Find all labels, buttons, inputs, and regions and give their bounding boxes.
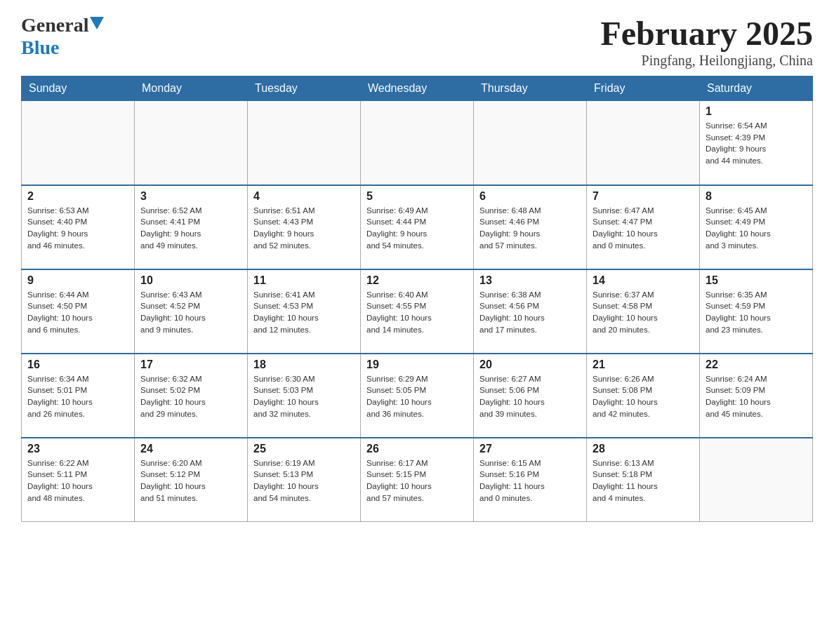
day-number: 14 [593, 274, 694, 287]
day-info: Sunrise: 6:51 AMSunset: 4:43 PMDaylight:… [253, 205, 355, 252]
calendar-cell: 3Sunrise: 6:52 AMSunset: 4:41 PMDaylight… [135, 185, 248, 269]
calendar-cell: 25Sunrise: 6:19 AMSunset: 5:13 PMDayligh… [248, 438, 361, 522]
col-friday: Friday [587, 76, 700, 101]
calendar-cell: 15Sunrise: 6:35 AMSunset: 4:59 PMDayligh… [700, 269, 813, 354]
logo-text: General Blue [21, 14, 104, 59]
day-number: 13 [479, 274, 581, 287]
calendar-cell: 7Sunrise: 6:47 AMSunset: 4:47 PMDaylight… [587, 185, 700, 269]
day-info: Sunrise: 6:38 AMSunset: 4:56 PMDaylight:… [479, 289, 581, 336]
day-number: 27 [479, 443, 581, 455]
day-number: 11 [253, 274, 355, 287]
calendar-cell [248, 101, 361, 185]
col-saturday: Saturday [700, 76, 813, 101]
col-tuesday: Tuesday [248, 76, 361, 101]
calendar-cell: 10Sunrise: 6:43 AMSunset: 4:52 PMDayligh… [135, 269, 248, 354]
day-info: Sunrise: 6:49 AMSunset: 4:44 PMDaylight:… [366, 205, 468, 252]
calendar-cell: 12Sunrise: 6:40 AMSunset: 4:55 PMDayligh… [361, 269, 474, 354]
calendar-week-row: 2Sunrise: 6:53 AMSunset: 4:40 PMDaylight… [22, 185, 813, 269]
calendar-cell [361, 101, 474, 185]
calendar-cell: 26Sunrise: 6:17 AMSunset: 5:15 PMDayligh… [361, 438, 474, 522]
day-number: 28 [593, 443, 694, 455]
day-number: 25 [253, 443, 355, 455]
day-info: Sunrise: 6:40 AMSunset: 4:55 PMDaylight:… [366, 289, 468, 336]
calendar-cell: 16Sunrise: 6:34 AMSunset: 5:01 PMDayligh… [22, 354, 135, 438]
calendar-cell: 22Sunrise: 6:24 AMSunset: 5:09 PMDayligh… [700, 354, 813, 438]
day-info: Sunrise: 6:48 AMSunset: 4:46 PMDaylight:… [479, 205, 581, 252]
day-info: Sunrise: 6:53 AMSunset: 4:40 PMDaylight:… [27, 205, 128, 252]
day-info: Sunrise: 6:43 AMSunset: 4:52 PMDaylight:… [140, 289, 241, 336]
day-info: Sunrise: 6:34 AMSunset: 5:01 PMDaylight:… [27, 373, 128, 420]
day-info: Sunrise: 6:41 AMSunset: 4:53 PMDaylight:… [253, 289, 355, 336]
day-info: Sunrise: 6:30 AMSunset: 5:03 PMDaylight:… [253, 373, 355, 420]
day-number: 1 [706, 105, 807, 118]
calendar-cell: 13Sunrise: 6:38 AMSunset: 4:56 PMDayligh… [474, 269, 587, 354]
calendar-cell [700, 438, 813, 522]
day-info: Sunrise: 6:17 AMSunset: 5:15 PMDaylight:… [366, 457, 468, 504]
day-info: Sunrise: 6:37 AMSunset: 4:58 PMDaylight:… [593, 289, 694, 336]
calendar-table: Sunday Monday Tuesday Wednesday Thursday… [21, 76, 813, 522]
day-info: Sunrise: 6:32 AMSunset: 5:02 PMDaylight:… [140, 373, 241, 420]
day-number: 21 [593, 358, 694, 371]
calendar-cell: 8Sunrise: 6:45 AMSunset: 4:49 PMDaylight… [700, 185, 813, 269]
calendar-week-row: 9Sunrise: 6:44 AMSunset: 4:50 PMDaylight… [22, 269, 813, 354]
day-info: Sunrise: 6:20 AMSunset: 5:12 PMDaylight:… [140, 457, 241, 504]
day-number: 18 [253, 358, 355, 371]
calendar-cell [22, 101, 135, 185]
calendar-cell: 21Sunrise: 6:26 AMSunset: 5:08 PMDayligh… [587, 354, 700, 438]
calendar-week-row: 1Sunrise: 6:54 AMSunset: 4:39 PMDaylight… [22, 101, 813, 185]
logo-triangle-icon [90, 17, 104, 29]
day-number: 19 [366, 358, 468, 371]
day-info: Sunrise: 6:27 AMSunset: 5:06 PMDaylight:… [479, 373, 581, 420]
calendar-cell: 5Sunrise: 6:49 AMSunset: 4:44 PMDaylight… [361, 185, 474, 269]
calendar-cell: 28Sunrise: 6:13 AMSunset: 5:18 PMDayligh… [587, 438, 700, 522]
calendar-cell: 11Sunrise: 6:41 AMSunset: 4:53 PMDayligh… [248, 269, 361, 354]
calendar-header-row: Sunday Monday Tuesday Wednesday Thursday… [22, 76, 813, 101]
calendar-cell: 14Sunrise: 6:37 AMSunset: 4:58 PMDayligh… [587, 269, 700, 354]
day-number: 16 [27, 358, 128, 371]
calendar-cell: 4Sunrise: 6:51 AMSunset: 4:43 PMDaylight… [248, 185, 361, 269]
month-title: February 2025 [600, 14, 813, 53]
day-number: 26 [366, 443, 468, 455]
day-number: 9 [27, 274, 128, 287]
col-sunday: Sunday [22, 76, 135, 101]
day-info: Sunrise: 6:19 AMSunset: 5:13 PMDaylight:… [253, 457, 355, 504]
day-number: 10 [140, 274, 241, 287]
day-info: Sunrise: 6:52 AMSunset: 4:41 PMDaylight:… [140, 205, 241, 252]
calendar-week-row: 23Sunrise: 6:22 AMSunset: 5:11 PMDayligh… [22, 438, 813, 522]
day-number: 8 [706, 190, 807, 203]
day-number: 15 [706, 274, 807, 287]
title-section: February 2025 Pingfang, Heilongjiang, Ch… [600, 14, 813, 69]
col-wednesday: Wednesday [361, 76, 474, 101]
day-info: Sunrise: 6:15 AMSunset: 5:16 PMDaylight:… [479, 457, 581, 504]
col-monday: Monday [135, 76, 248, 101]
calendar-cell: 9Sunrise: 6:44 AMSunset: 4:50 PMDaylight… [22, 269, 135, 354]
day-info: Sunrise: 6:26 AMSunset: 5:08 PMDaylight:… [593, 373, 694, 420]
calendar-cell: 23Sunrise: 6:22 AMSunset: 5:11 PMDayligh… [22, 438, 135, 522]
day-number: 22 [706, 358, 807, 371]
logo: General Blue [21, 14, 104, 59]
calendar-cell [474, 101, 587, 185]
day-number: 5 [366, 190, 468, 203]
calendar-cell: 27Sunrise: 6:15 AMSunset: 5:16 PMDayligh… [474, 438, 587, 522]
day-info: Sunrise: 6:54 AMSunset: 4:39 PMDaylight:… [706, 120, 807, 167]
calendar-cell: 2Sunrise: 6:53 AMSunset: 4:40 PMDaylight… [22, 185, 135, 269]
calendar-cell: 20Sunrise: 6:27 AMSunset: 5:06 PMDayligh… [474, 354, 587, 438]
page-header: General Blue February 2025 Pingfang, Hei… [21, 14, 813, 69]
calendar-week-row: 16Sunrise: 6:34 AMSunset: 5:01 PMDayligh… [22, 354, 813, 438]
day-info: Sunrise: 6:24 AMSunset: 5:09 PMDaylight:… [706, 373, 807, 420]
day-number: 2 [27, 190, 128, 203]
day-info: Sunrise: 6:44 AMSunset: 4:50 PMDaylight:… [27, 289, 128, 336]
day-info: Sunrise: 6:47 AMSunset: 4:47 PMDaylight:… [593, 205, 694, 252]
day-number: 23 [27, 443, 128, 455]
day-info: Sunrise: 6:35 AMSunset: 4:59 PMDaylight:… [706, 289, 807, 336]
day-info: Sunrise: 6:45 AMSunset: 4:49 PMDaylight:… [706, 205, 807, 252]
day-number: 17 [140, 358, 241, 371]
day-number: 20 [479, 358, 581, 371]
calendar-cell: 1Sunrise: 6:54 AMSunset: 4:39 PMDaylight… [700, 101, 813, 185]
day-info: Sunrise: 6:13 AMSunset: 5:18 PMDaylight:… [593, 457, 694, 504]
calendar-cell: 17Sunrise: 6:32 AMSunset: 5:02 PMDayligh… [135, 354, 248, 438]
day-info: Sunrise: 6:22 AMSunset: 5:11 PMDaylight:… [27, 457, 128, 504]
day-number: 3 [140, 190, 241, 203]
logo-general: General [21, 14, 88, 36]
logo-blue: Blue [21, 36, 104, 59]
